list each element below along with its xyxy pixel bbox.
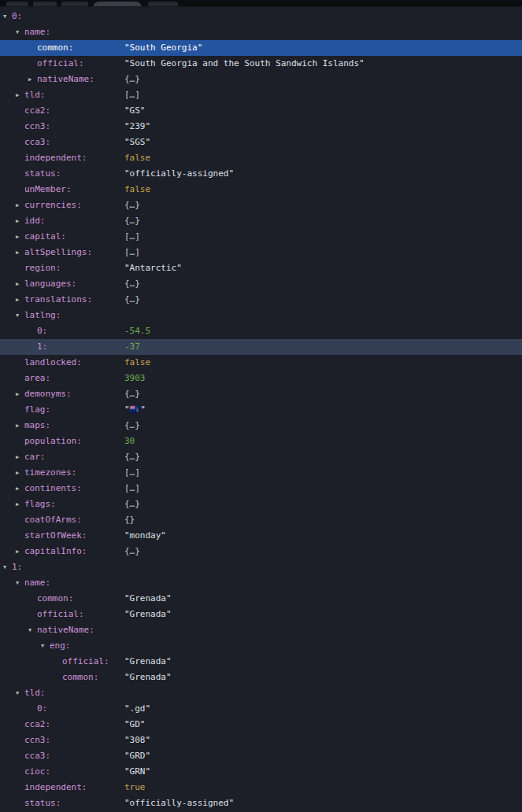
tree-row-0-44[interactable]: 0: ".gd"	[0, 701, 522, 717]
expander-icon[interactable]: ▶	[16, 496, 24, 512]
tree-row-0-20[interactable]: 0: -54.5	[0, 323, 522, 339]
toolbar-tab-stub-2[interactable]	[33, 2, 57, 7]
property-value: […]	[124, 245, 522, 260]
expander-icon[interactable]: ▶	[16, 292, 24, 308]
tree-row-tld-43[interactable]: ▼ tld:	[0, 685, 522, 701]
expander-icon[interactable]: ▶	[28, 72, 37, 87]
expander-icon[interactable]: ▼	[16, 24, 24, 40]
expander-icon[interactable]: ▶	[16, 197, 24, 213]
tree-row-continents-30[interactable]: ▶ continents: […]	[0, 481, 522, 496]
tree-row-area-23[interactable]: area: 3903	[0, 371, 522, 386]
property-value	[124, 559, 522, 575]
tree-row-cca2-45[interactable]: cca2: "GD"	[0, 717, 522, 733]
toolbar-pill-stub[interactable]	[93, 2, 142, 7]
tree-row-nativeName-39[interactable]: ▼ nativeName:	[0, 622, 522, 638]
property-value: ".gd"	[124, 701, 522, 717]
expander-icon[interactable]: ▶	[16, 213, 24, 229]
toolbar-tab-stub-1[interactable]	[6, 2, 28, 7]
tree-row-ccn3-46[interactable]: ccn3: "308"	[0, 733, 522, 748]
expander-icon[interactable]: ▶	[16, 481, 24, 496]
tree-row-coatOfArms-32[interactable]: coatOfArms: {}	[0, 512, 522, 528]
tree-row-name-1[interactable]: ▼ name:	[0, 24, 522, 40]
expander-icon[interactable]: ▶	[16, 245, 24, 260]
tree-row-cca3-8[interactable]: cca3: "SGS"	[0, 135, 522, 150]
tree-row-unMember-11[interactable]: unMember: false	[0, 182, 522, 197]
tree-row-demonyms-24[interactable]: ▶ demonyms: {…}	[0, 386, 522, 402]
key-cell: common:	[0, 591, 124, 607]
tree-row-latlng-19[interactable]: ▼ latlng:	[0, 308, 522, 323]
tree-row-status-10[interactable]: status: "officially-assigned"	[0, 166, 522, 182]
indent-spacer	[0, 607, 28, 622]
tree-row-official-41[interactable]: official: "Grenada"	[0, 654, 522, 670]
expander-icon[interactable]: ▼	[3, 559, 12, 575]
tree-row-currencies-12[interactable]: ▶ currencies: {…}	[0, 197, 522, 213]
key-cell: 0:	[0, 701, 124, 717]
toolbar-tab-stub-3[interactable]	[61, 2, 88, 7]
tree-row-status-50[interactable]: status: "officially-assigned"	[0, 795, 522, 811]
expander-icon[interactable]: ▶	[16, 449, 24, 465]
tree-row-capitalInfo-34[interactable]: ▶ capitalInfo: {…}	[0, 544, 522, 559]
expander-icon[interactable]: ▼	[16, 685, 24, 701]
expander-icon[interactable]: ▶	[16, 465, 24, 481]
expander-icon[interactable]: ▼	[16, 308, 24, 323]
tree-row-official-38[interactable]: official: "Grenada"	[0, 607, 522, 622]
expander-icon[interactable]: ▶	[16, 87, 24, 103]
key-cell: ▶ capitalInfo:	[0, 544, 124, 559]
expander-icon[interactable]: ▶	[16, 544, 24, 559]
expander-icon[interactable]: ▼	[3, 9, 12, 24]
key-cell: ▼ name:	[0, 575, 124, 591]
tree-row-altSpellings-15[interactable]: ▶ altSpellings: […]	[0, 245, 522, 260]
tree-row-flag-25[interactable]: flag: "🇬🇸"	[0, 402, 522, 418]
indent-spacer	[0, 449, 16, 465]
tree-row-1-21[interactable]: 1: -37	[0, 339, 522, 355]
property-value: "GS"	[124, 103, 522, 119]
tree-row-cioc-48[interactable]: cioc: "GRN"	[0, 764, 522, 780]
tree-row-nativeName-4[interactable]: ▶ nativeName: {…}	[0, 72, 522, 87]
expander-icon[interactable]: ▼	[41, 638, 50, 654]
property-key: nativeName:	[37, 72, 94, 87]
tree-row-idd-13[interactable]: ▶ idd: {…}	[0, 213, 522, 229]
expander-icon[interactable]: ▶	[16, 418, 24, 434]
tree-row-languages-17[interactable]: ▶ languages: {…}	[0, 276, 522, 292]
tree-row-flags-31[interactable]: ▶ flags: {…}	[0, 496, 522, 512]
tree-row-independent-49[interactable]: independent: true	[0, 780, 522, 795]
tree-row-common-2[interactable]: common: "South Georgia"	[0, 40, 522, 56]
tree-row-name-36[interactable]: ▼ name:	[0, 575, 522, 591]
expander-icon[interactable]: ▶	[16, 386, 24, 402]
indent-spacer	[0, 150, 16, 166]
property-key: population:	[24, 434, 82, 449]
expander-icon[interactable]: ▶	[16, 276, 24, 292]
tree-row-tld-5[interactable]: ▶ tld: […]	[0, 87, 522, 103]
expander-icon[interactable]: ▼	[16, 575, 24, 591]
tree-row-landlocked-22[interactable]: landlocked: false	[0, 355, 522, 371]
tree-row-ccn3-7[interactable]: ccn3: "239"	[0, 119, 522, 135]
property-value: "308"	[124, 733, 522, 748]
property-key: official:	[37, 56, 84, 72]
tree-row-official-3[interactable]: official: "South Georgia and the South S…	[0, 56, 522, 72]
tree-row-car-28[interactable]: ▶ car: {…}	[0, 449, 522, 465]
tree-row-translations-18[interactable]: ▶ translations: {…}	[0, 292, 522, 308]
tree-row-0-0[interactable]: ▼ 0:	[0, 9, 522, 24]
tree-row-cca2-6[interactable]: cca2: "GS"	[0, 103, 522, 119]
tree-row-independent-9[interactable]: independent: false	[0, 150, 522, 166]
property-key: 1:	[37, 339, 47, 355]
tree-row-timezones-29[interactable]: ▶ timezones: […]	[0, 465, 522, 481]
property-key: car:	[24, 449, 46, 465]
tree-row-eng-40[interactable]: ▼ eng:	[0, 638, 522, 654]
property-key: official:	[62, 654, 109, 670]
indent-spacer	[0, 764, 16, 780]
toolbar-tab-stub-4[interactable]	[148, 2, 178, 7]
tree-row-maps-26[interactable]: ▶ maps: {…}	[0, 418, 522, 434]
tree-row-startOfWeek-33[interactable]: startOfWeek: "monday"	[0, 528, 522, 544]
property-value: "GRN"	[124, 764, 522, 780]
expander-icon[interactable]: ▶	[16, 229, 24, 245]
expander-icon[interactable]: ▼	[28, 622, 37, 638]
tree-row-cca3-47[interactable]: cca3: "GRD"	[0, 748, 522, 764]
tree-row-1-35[interactable]: ▼ 1:	[0, 559, 522, 575]
tree-row-common-37[interactable]: common: "Grenada"	[0, 591, 522, 607]
property-value	[124, 9, 522, 24]
tree-row-region-16[interactable]: region: "Antarctic"	[0, 260, 522, 276]
tree-row-population-27[interactable]: population: 30	[0, 434, 522, 449]
tree-row-common-42[interactable]: common: "Grenada"	[0, 670, 522, 685]
tree-row-capital-14[interactable]: ▶ capital: […]	[0, 229, 522, 245]
